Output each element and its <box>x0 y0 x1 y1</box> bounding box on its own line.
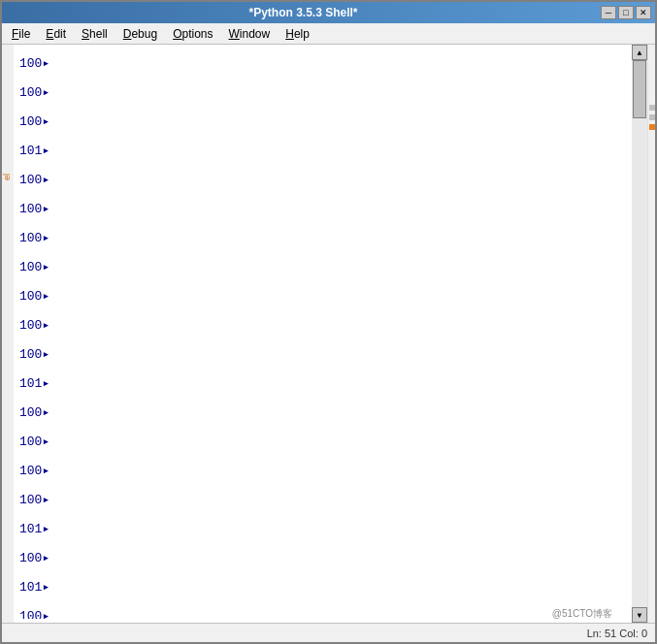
shell-line-text: 101▸ <box>19 579 49 595</box>
shell-line-text: 100▸ <box>19 608 49 619</box>
shell-line-text: 100▸ <box>19 230 49 245</box>
shell-line: 101▸ <box>16 572 630 601</box>
shell-line-text: 100▸ <box>19 346 49 362</box>
shell-line-text: 100▸ <box>19 113 49 129</box>
right-indicator-1 <box>649 105 655 111</box>
scrollbar-thumb[interactable] <box>633 60 646 118</box>
menu-window[interactable]: Window <box>221 25 279 43</box>
window-controls: ─ □ ✕ <box>601 6 651 19</box>
shell-area[interactable]: 100▸100▸100▸101▸100▸100▸100▸100▸100▸100▸… <box>14 45 632 623</box>
shell-content: 100▸100▸100▸101▸100▸100▸100▸100▸100▸100▸… <box>16 48 630 619</box>
right-indicator-2 <box>649 114 655 120</box>
content-area: le lo 01 01 el 100▸100▸100▸101▸100▸100▸1… <box>2 45 655 623</box>
shell-line: 100▸ <box>16 310 630 339</box>
shell-line-text: 100▸ <box>19 288 49 304</box>
shell-line: 100▸ <box>16 252 630 281</box>
shell-line: 100▸ <box>16 107 630 136</box>
shell-line: 101▸ <box>16 514 630 543</box>
right-panel <box>647 45 655 623</box>
menu-edit[interactable]: Edit <box>38 25 74 43</box>
maximize-button[interactable]: □ <box>618 6 634 19</box>
menu-debug[interactable]: Debug <box>115 25 165 43</box>
shell-line: 100▸ <box>16 543 630 572</box>
shell-line: 100▸ <box>16 485 630 514</box>
scroll-up-button[interactable]: ▲ <box>632 45 647 60</box>
menu-shell[interactable]: Shell <box>74 25 115 43</box>
shell-line: 100▸ <box>16 281 630 310</box>
scroll-down-button[interactable]: ▼ <box>632 607 647 623</box>
shell-line: 100▸ <box>16 194 630 223</box>
left-indicator-5: el <box>2 151 13 180</box>
shell-line: 101▸ <box>16 369 630 398</box>
shell-line: 100▸ <box>16 601 630 619</box>
shell-line-text: 100▸ <box>19 172 49 187</box>
main-window: *Python 3.5.3 Shell* ─ □ ✕ File Edit She… <box>0 0 657 644</box>
shell-line: 101▸ <box>16 136 630 165</box>
shell-line-text: 101▸ <box>19 375 49 391</box>
status-bar: Ln: 51 Col: 0 <box>2 623 655 642</box>
status-text: Ln: 51 Col: 0 <box>587 628 647 639</box>
watermark: @51CTO博客 <box>552 607 612 621</box>
shell-line: 100▸ <box>16 339 630 369</box>
shell-line-text: 101▸ <box>19 521 49 536</box>
shell-line-text: 100▸ <box>19 404 49 420</box>
shell-line: 100▸ <box>16 427 630 456</box>
shell-line: 100▸ <box>16 398 630 427</box>
close-button[interactable]: ✕ <box>636 6 651 19</box>
menu-file[interactable]: File <box>4 25 38 43</box>
shell-line-text: 100▸ <box>19 492 49 507</box>
menu-bar: File Edit Shell Debug Options Window Hel… <box>2 23 655 45</box>
shell-line: 100▸ <box>16 223 630 252</box>
shell-line-text: 100▸ <box>19 259 49 274</box>
shell-line-text: 100▸ <box>19 201 49 216</box>
minimize-button[interactable]: ─ <box>601 6 616 19</box>
shell-line: 100▸ <box>16 78 630 107</box>
shell-line-text: 100▸ <box>19 84 49 100</box>
scrollbar[interactable]: ▲ ▼ <box>632 45 647 623</box>
right-indicator-orange <box>649 124 655 130</box>
shell-line-text: 101▸ <box>19 143 49 158</box>
shell-line-text: 100▸ <box>19 55 49 71</box>
title-bar: *Python 3.5.3 Shell* ─ □ ✕ <box>2 2 655 23</box>
window-title: *Python 3.5.3 Shell* <box>6 6 601 19</box>
shell-line-text: 100▸ <box>19 434 49 449</box>
left-gutter: le lo 01 01 el <box>2 45 14 623</box>
menu-options[interactable]: Options <box>165 25 220 43</box>
shell-line: 100▸ <box>16 165 630 194</box>
shell-line-text: 100▸ <box>19 550 49 565</box>
shell-line: 100▸ <box>16 48 630 78</box>
scrollbar-track[interactable] <box>632 60 647 607</box>
shell-line-text: 100▸ <box>19 317 49 333</box>
shell-line: 100▸ <box>16 456 630 485</box>
shell-line-text: 100▸ <box>19 463 49 478</box>
menu-help[interactable]: Help <box>278 25 317 43</box>
